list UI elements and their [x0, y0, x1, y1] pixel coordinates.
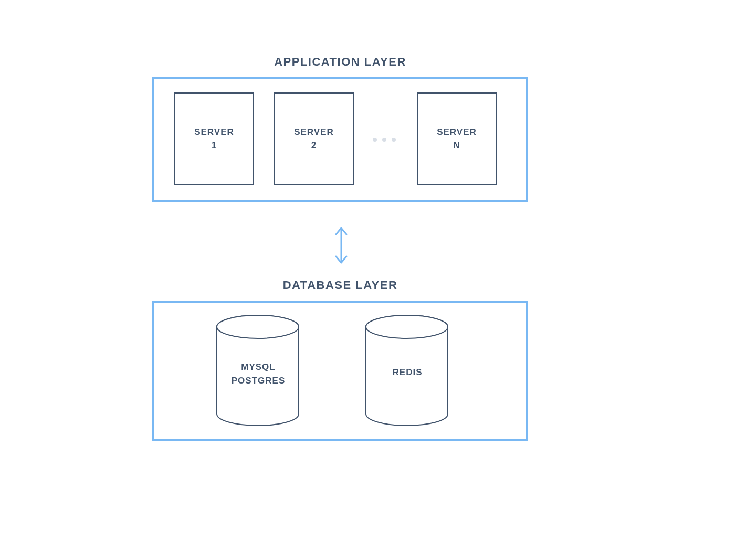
- application-layer-title: APPLICATION LAYER: [152, 55, 528, 69]
- server-n-label: SERVER N: [437, 126, 477, 152]
- server-1-box: SERVER 1: [174, 92, 254, 185]
- architecture-diagram: APPLICATION LAYER SERVER 1 SERVER 2 SERV…: [0, 0, 756, 538]
- server-2-box: SERVER 2: [274, 92, 354, 185]
- application-layer-box: SERVER 1 SERVER 2 SERVER N: [152, 77, 528, 202]
- server-2-label: SERVER 2: [294, 126, 334, 152]
- svg-point-2: [217, 315, 299, 338]
- server-1-label: SERVER 1: [194, 126, 234, 152]
- bidirectional-arrow-icon: [334, 225, 349, 268]
- server-n-box: SERVER N: [417, 92, 497, 185]
- database-layer-title: DATABASE LAYER: [152, 278, 528, 292]
- database-layer-box: MYSQL POSTGRES REDIS: [152, 301, 528, 441]
- database-label-mysql: MYSQL POSTGRES: [216, 360, 300, 387]
- ellipsis-icon: [373, 138, 396, 142]
- database-label-redis: REDIS: [365, 366, 449, 379]
- svg-point-4: [366, 315, 448, 338]
